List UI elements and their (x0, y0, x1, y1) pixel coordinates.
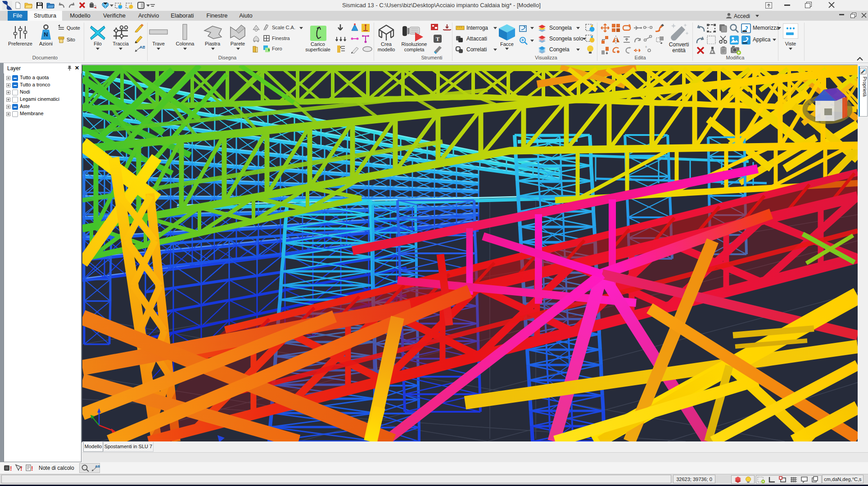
svg-text:AB: AB (95, 464, 100, 468)
svg-text:AB: AB (140, 45, 145, 50)
svg-text:°: ° (645, 45, 647, 50)
svg-text:T: T (436, 36, 440, 42)
svg-text:!: ! (10, 465, 12, 472)
svg-text:!: ! (31, 465, 33, 472)
svg-text:N: N (44, 31, 48, 38)
svg-text:!: ! (20, 465, 23, 472)
